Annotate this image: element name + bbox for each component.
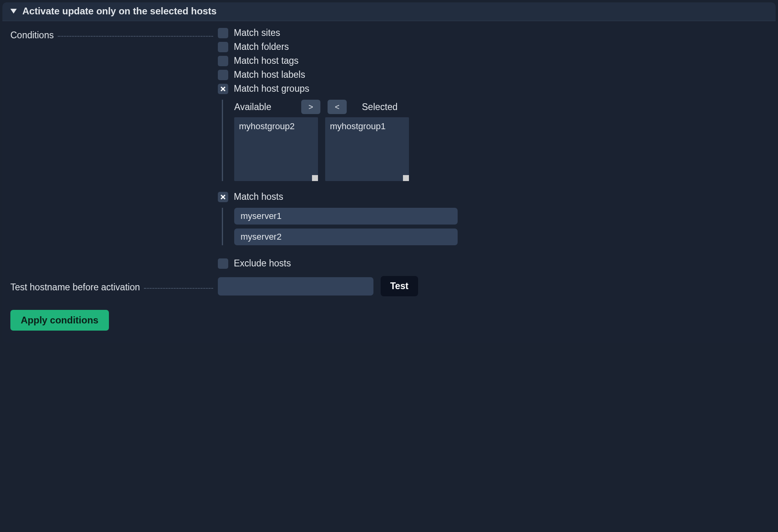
label-match-host-tags: Match host tags <box>234 55 298 66</box>
host-inputs <box>234 208 768 245</box>
activate-update-panel: Activate update only on the selected hos… <box>2 2 776 343</box>
label-match-folders: Match folders <box>234 41 289 52</box>
match-hosts-block <box>222 208 768 245</box>
condition-match-hosts: Match hosts <box>218 191 768 202</box>
condition-match-folders: Match folders <box>218 41 768 52</box>
checkbox-exclude-hosts[interactable] <box>218 258 228 269</box>
test-hostname-input[interactable] <box>218 277 373 296</box>
checkbox-match-folders[interactable] <box>218 42 228 52</box>
list-item[interactable]: myhostgroup2 <box>239 120 313 132</box>
conditions-value-col: Match sites Match folders Match host tag… <box>218 28 768 272</box>
test-hostname-label: Test hostname before activation <box>10 282 140 293</box>
conditions-row: Conditions Match sites Match folders <box>10 28 768 272</box>
selected-listbox[interactable]: myhostgroup1 <box>325 117 409 181</box>
available-listbox[interactable]: myhostgroup2 <box>234 117 318 181</box>
available-header: Available <box>234 102 294 112</box>
checkbox-match-host-groups[interactable] <box>218 84 228 94</box>
label-match-host-labels: Match host labels <box>234 69 305 80</box>
label-match-sites: Match sites <box>234 28 280 38</box>
match-host-input[interactable] <box>234 208 458 225</box>
apply-conditions-button[interactable]: Apply conditions <box>10 310 109 331</box>
label-match-host-groups: Match host groups <box>234 83 309 94</box>
list-item[interactable]: myhostgroup1 <box>330 120 404 132</box>
checkbox-match-host-tags[interactable] <box>218 56 228 66</box>
test-hostname-row: Test hostname before activation Test <box>10 276 768 296</box>
condition-match-host-tags: Match host tags <box>218 55 768 66</box>
condition-match-host-labels: Match host labels <box>218 69 768 80</box>
label-match-hosts: Match hosts <box>234 191 283 202</box>
panel-title: Activate update only on the selected hos… <box>22 6 217 17</box>
test-label-col: Test hostname before activation <box>10 280 218 293</box>
condition-match-host-groups: Match host groups <box>218 83 768 94</box>
host-groups-block: Available > < Selected myhostgroup2 myho… <box>222 100 768 181</box>
conditions-label-col: Conditions <box>10 28 218 41</box>
collapse-icon <box>10 9 17 14</box>
condition-match-sites: Match sites <box>218 28 768 38</box>
selected-header: Selected <box>362 102 422 112</box>
panel-header[interactable]: Activate update only on the selected hos… <box>2 2 776 21</box>
condition-exclude-hosts: Exclude hosts <box>218 258 768 269</box>
move-left-button[interactable]: < <box>328 100 347 114</box>
match-host-input[interactable] <box>234 229 458 245</box>
checkbox-match-sites[interactable] <box>218 28 228 38</box>
dotted-leader <box>58 28 213 37</box>
checkbox-match-host-labels[interactable] <box>218 70 228 80</box>
move-right-button[interactable]: > <box>301 100 320 114</box>
dual-list-header: Available > < Selected <box>234 100 768 114</box>
conditions-label: Conditions <box>10 30 54 41</box>
dual-lists: myhostgroup2 myhostgroup1 <box>234 117 768 181</box>
test-value-col: Test <box>218 276 768 296</box>
dotted-leader <box>144 280 213 289</box>
test-button[interactable]: Test <box>381 276 418 296</box>
checkbox-match-hosts[interactable] <box>218 192 228 202</box>
panel-content: Conditions Match sites Match folders <box>2 21 776 343</box>
label-exclude-hosts: Exclude hosts <box>234 258 291 269</box>
